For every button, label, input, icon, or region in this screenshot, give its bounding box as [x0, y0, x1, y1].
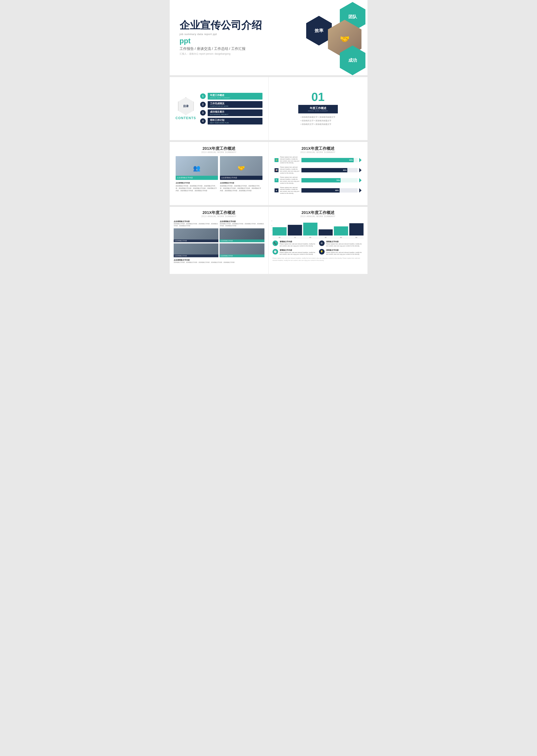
menu-num-4: 4	[200, 118, 206, 124]
bar-icon-1: ⚡	[274, 158, 278, 162]
icon-item-2: ⚙ 请替换文字内容 Please replace text, add and r…	[319, 241, 363, 247]
vbar-label-4: 40	[325, 237, 327, 238]
contents-hex: 目录	[178, 97, 194, 115]
icon-chart-slide: 201X年度工作概述 201X ANNUAL WORK SUMMARY ● ● …	[268, 207, 367, 265]
slide-work-summary: 201X年度工作概述 201X ANNUAL WORK SUMMARY 👥 点击…	[170, 142, 367, 205]
slide4-left-title-cn: 201X年度工作概述	[174, 210, 265, 215]
contents-label: CONTENTS	[176, 116, 196, 120]
work-text-title-1: 点击请替换文字内容	[176, 182, 218, 184]
bar-pct-4: 68%	[335, 189, 339, 191]
panel-bar-chart: 201X年度工作概述 201X ANNUAL WORK SUMMARY ⚡ Pl…	[268, 142, 367, 205]
icon-title-2: 请替换文字内容	[326, 241, 363, 243]
grid-caption-2: 点击请替换文字内容	[220, 240, 265, 242]
section-title-sub: ANNUAL WORK SUMMARY	[302, 110, 334, 112]
slide4-footer: Please replace text, add and relevant he…	[272, 257, 363, 261]
bullet-2: • 添加相关文字 • 添加相关标题文字	[301, 119, 335, 122]
menu-bar-title-4: 明年工作计划	[210, 118, 260, 122]
bar-icon-2: 📢	[274, 168, 278, 172]
vbar-5: 60	[334, 226, 348, 236]
panel-contents: 目录 CONTENTS 1 年度工作概述 ANNUAL WORK SUMMARY…	[170, 77, 268, 140]
icon-text-1: 请替换文字内容 Please replace text, add and rel…	[280, 241, 317, 247]
menu-bar-sub-3: SUCCESSFUL PROJECT	[210, 113, 260, 115]
slide3-left-title: 201X年度工作概述 201X ANNUAL WORK SUMMARY	[176, 146, 263, 154]
work-text-title-2: 点击请替换文字内容	[220, 182, 263, 184]
panel-work-images: 201X年度工作概述 201X ANNUAL WORK SUMMARY 👥 点击…	[170, 142, 268, 205]
grid-caption-3: 点击请替换文字内容	[174, 254, 219, 257]
icon-item-1: 📞 请替换文字内容 Please replace text, add and r…	[272, 241, 317, 247]
work-text-body-1: 添加替换文字内容，添加替换文字内容，添加替换文字内容，添加替换文字内容，添加替换…	[176, 185, 218, 192]
bar-pct-2: 82%	[343, 169, 347, 171]
menu-num-2: 2	[200, 102, 206, 107]
menu-item-4: 4 明年工作计划 NEXT YEAR WORK PLAN	[200, 118, 263, 124]
bar-fill-3: 70%	[302, 178, 341, 183]
contents-hex-label: 目录	[183, 105, 189, 108]
bar-fill-2: 82%	[302, 168, 348, 172]
icon-grid: 📞 请替换文字内容 Please replace text, add and r…	[272, 241, 363, 255]
bar-arrow-1	[359, 158, 361, 162]
cover-hex-group: 团队 效率 🤝 成功	[284, 0, 367, 75]
slide4-bottom-title: 点击请替换文字内容	[174, 259, 265, 261]
bar-track-4: 68%	[302, 188, 357, 193]
work-text-body-2: 添加替换文字内容，添加替换文字内容，添加替换文字内容，添加替换文字内容，添加替换…	[220, 185, 263, 192]
slide4-text-2: 点击请替换文字内容 添加替换文字内容，添加替换文字内容，添加替换文字内容，添加替…	[220, 220, 265, 227]
grid-caption-1: 点击请替换文字内容	[174, 240, 219, 242]
icon-title-3: 请替换文字内容	[280, 249, 317, 251]
work-text-1: 点击请替换文字内容 添加替换文字内容，添加替换文字内容，添加替换文字内容，添加替…	[176, 182, 218, 192]
work-slide-left: 201X年度工作概述 201X ANNUAL WORK SUMMARY 👥 点击…	[170, 142, 268, 196]
hex-efficiency-label: 效率	[315, 28, 323, 34]
menu-item-2: 2 工作完成情况 COMPLETION OF WORK	[200, 101, 263, 108]
vbar-label-6: 80	[355, 237, 357, 238]
slide4-text-1: 点击请替换文字内容 添加替换文字内容，添加替换文字内容，添加替换文字内容，添加替…	[174, 220, 218, 227]
slide3-left-title-en: 201X ANNUAL WORK SUMMARY	[176, 151, 263, 154]
menu-bar-sub-2: COMPLETION OF WORK	[210, 105, 260, 107]
slide3-right-title: 201X年度工作概述 201X ANNUAL WORK SUMMARY	[274, 146, 361, 154]
section-num: 01	[311, 91, 325, 103]
hex-success-label: 成功	[348, 57, 357, 63]
vbar-label-5: 60	[340, 237, 342, 238]
menu-bar-title-2: 工作完成情况	[210, 102, 260, 105]
vbar-4: 40	[319, 229, 333, 236]
vbar-label-1: 55	[279, 237, 280, 238]
menu-bar-sub-4: NEXT YEAR WORK PLAN	[210, 122, 260, 124]
work-img-1: 👥 点击请替换文字内容	[176, 156, 218, 180]
bar-desc-4: Please replace text, add and relevant he…	[280, 187, 300, 194]
bar-track-1: 93%	[302, 158, 357, 162]
slide3-right-title-en: 201X ANNUAL WORK SUMMARY	[274, 151, 361, 154]
menu-num-1: 1	[200, 93, 206, 99]
slide3-right-title-cn: 201X年度工作概述	[274, 146, 361, 151]
slide4-left-title: 201X年度工作概述 201X ANNUAL WORK SUMMARY	[174, 210, 265, 217]
work-caption-1: 点击请替换文字内容	[176, 176, 218, 180]
grid-caption-4: 点击请替换文字内容	[220, 254, 265, 257]
bar-fill-4: 68%	[302, 188, 340, 193]
section-title-bar: 年度工作概述 ANNUAL WORK SUMMARY	[298, 105, 338, 113]
bar-arrow-2	[359, 168, 361, 172]
chart-slide: 201X年度工作概述 201X ANNUAL WORK SUMMARY ⚡ Pl…	[268, 142, 367, 198]
grid-img-1: 点击请替换文字内容	[174, 228, 219, 242]
hex-team-label: 团队	[348, 14, 357, 20]
vertical-bar-chart: ● ● ● ● 55 70 85 40 60	[272, 220, 363, 238]
menu-item-1: 1 年度工作概述 ANNUAL WORK SUMMARY	[200, 93, 263, 100]
slide4-bottom-text: 点击请替换文字内容 添加替换文字内容，添加替换文字内容，添加替换文字内容，添加替…	[174, 259, 265, 263]
bar-fill-1: 93%	[302, 158, 354, 162]
slide4-text-title-2: 点击请替换文字内容	[220, 220, 265, 223]
menu-bar-3: 成功项目展示 SUCCESSFUL PROJECT	[208, 110, 263, 116]
grid-img-3: 点击请替换文字内容	[174, 244, 219, 257]
vbar-label-3: 85	[310, 237, 311, 238]
icon-item-4: 💡 请替换文字内容 Please replace text, add and r…	[319, 249, 363, 255]
contents-hex-wrap: 目录 CONTENTS	[176, 97, 196, 120]
panel-section01: 01 年度工作概述 ANNUAL WORK SUMMARY • 添加相关标题文字…	[268, 77, 367, 140]
grid-img-2: 点击请替换文字内容	[220, 228, 265, 242]
bullet-3: • 添加相关文字 • 添加相关标题文字	[301, 122, 335, 126]
menu-bar-4: 明年工作计划 NEXT YEAR WORK PLAN	[208, 118, 263, 124]
vbar-3: 85	[303, 223, 317, 236]
slide4-left-title-en: 201X ANNUAL WORK SUMMARY	[174, 215, 265, 217]
grid-img-4: 点击请替换文字内容	[220, 244, 265, 257]
menu-bar-1: 年度工作概述 ANNUAL WORK SUMMARY	[208, 93, 263, 100]
bullet-1: • 添加相关标题文字 • 添加相关标题文字	[301, 115, 335, 119]
menu-bar-title-3: 成功项目展示	[210, 110, 260, 113]
icon-circle-2: ⚙	[319, 241, 325, 246]
slide-contents: 目录 CONTENTS 1 年度工作概述 ANNUAL WORK SUMMARY…	[170, 77, 367, 140]
section-bullets: • 添加相关标题文字 • 添加相关标题文字 • 添加相关文字 • 添加相关标题文…	[301, 115, 335, 126]
icon-text-4: 请替换文字内容 Please replace text, add and rel…	[326, 249, 363, 255]
vbar-6: 80	[349, 223, 363, 236]
